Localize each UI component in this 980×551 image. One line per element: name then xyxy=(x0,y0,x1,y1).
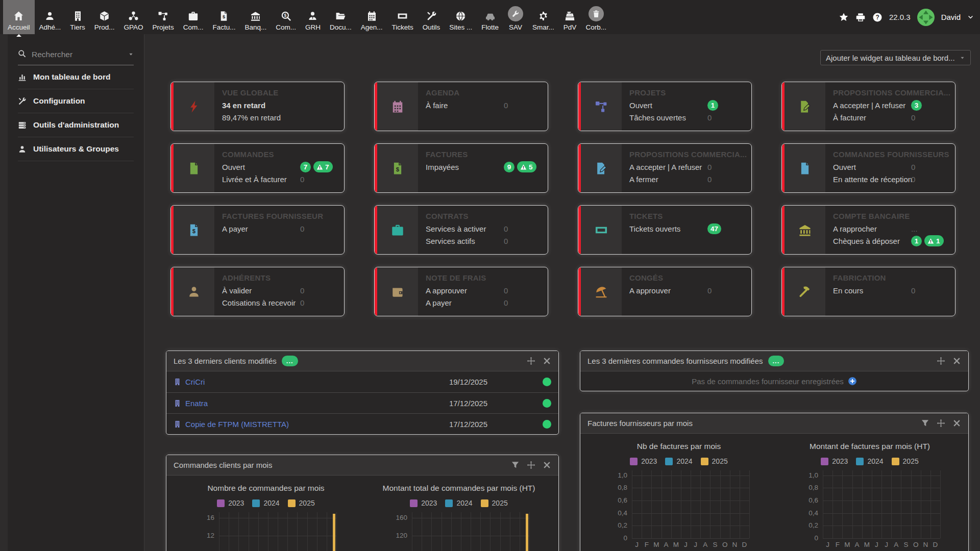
search-input[interactable]: Rechercher xyxy=(18,49,134,65)
sidebar-item-mon-tableau-de-bord[interactable]: Mon tableau de bord xyxy=(18,65,134,89)
nav-item-agen[interactable]: Agen... xyxy=(356,0,387,34)
more-button[interactable]: ... xyxy=(768,356,785,366)
nav-item-corb[interactable]: Corb... xyxy=(581,0,611,34)
chevron-down-icon[interactable] xyxy=(967,14,974,20)
nav-item-factu[interactable]: $Factu... xyxy=(208,0,240,34)
stat-box-propositions-commercia[interactable]: PROPOSITIONS COMMERCIA...A accepter | A … xyxy=(781,82,955,131)
close-widget-icon[interactable] xyxy=(543,461,551,469)
nav-item-tickets[interactable]: Tickets xyxy=(387,0,418,34)
folder-open-icon xyxy=(335,11,346,21)
client-modified-date: 19/12/2025 xyxy=(449,378,543,386)
nav-item-label: Banq... xyxy=(244,23,266,31)
status-dot xyxy=(543,420,551,429)
user-name[interactable]: David xyxy=(941,13,961,21)
stat-box-tickets[interactable]: TICKETSTickets ouverts47 xyxy=(578,205,752,255)
chart-legend: 202320242025 xyxy=(217,499,314,507)
nav-item-grh[interactable]: GRH xyxy=(301,0,325,34)
move-widget-icon[interactable] xyxy=(527,461,535,469)
car-icon xyxy=(485,11,496,21)
nav-item-label: PdV xyxy=(564,23,577,31)
stat-box-note-de-frais[interactable]: NOTE DE FRAISA approuver0A payer0 xyxy=(374,267,548,316)
nav-item-label: Sites ... xyxy=(449,23,472,31)
stat-box-cong-s[interactable]: CONGÉSA approuver0 xyxy=(578,267,752,316)
clients-table: CriCri19/12/2025Enatra17/12/2025Copie de… xyxy=(166,371,558,434)
nav-item-sav[interactable]: SAV xyxy=(503,0,528,34)
move-widget-icon[interactable] xyxy=(937,357,945,365)
diagram-icon xyxy=(158,11,168,21)
stat-value: 0 xyxy=(911,113,915,122)
stat-box-commandes-fournisseurs[interactable]: COMMANDES FOURNISSEURSOuvert0En attente … xyxy=(781,143,955,193)
warning-triangle-icon xyxy=(316,164,323,170)
nav-item-com[interactable]: Com... xyxy=(179,0,208,34)
nav-item-tiers[interactable]: Tiers xyxy=(65,0,90,34)
stat-label: Services à activer xyxy=(426,224,486,233)
stat-box-agenda[interactable]: AGENDAÀ faire0 xyxy=(374,82,548,131)
avatar[interactable] xyxy=(917,9,935,26)
nav-item-com[interactable]: $Com... xyxy=(271,0,301,34)
close-widget-icon[interactable] xyxy=(952,419,961,428)
client-link[interactable]: CriCri xyxy=(185,378,205,386)
stat-box-propositions-commercia[interactable]: PROPOSITIONS COMMERCIA...A accepter | A … xyxy=(578,143,752,193)
svg-text:$: $ xyxy=(192,228,196,234)
nav-item-label: Accueil xyxy=(8,23,30,31)
nav-item-label: Projets xyxy=(153,23,174,31)
nav-item-gpao[interactable]: GPAO xyxy=(119,0,148,34)
stat-box-factures[interactable]: $FACTURESImpayées95 xyxy=(374,143,548,193)
client-link[interactable]: Enatra xyxy=(185,399,208,408)
client-row-enatra: Enatra17/12/2025 xyxy=(166,392,558,413)
stat-value: 0 xyxy=(707,113,712,122)
client-link[interactable]: Copie de FTPM (MISTRETTA) xyxy=(185,420,289,429)
stat-box-projets[interactable]: PROJETSOuvert1Tâches ouvertes0 xyxy=(578,82,752,131)
nav-item-docu[interactable]: Docu... xyxy=(325,0,356,34)
nav-item-sites[interactable]: Sites ... xyxy=(445,0,477,34)
status-dot xyxy=(543,399,551,408)
count-badge: 3 xyxy=(911,100,922,111)
stat-box-commandes[interactable]: COMMANDESOuvert77Livrée et À facturer0 xyxy=(170,143,345,193)
client-row-cricri: CriCri19/12/2025 xyxy=(166,371,558,392)
sidebar-item-configuration[interactable]: Configuration xyxy=(18,89,134,113)
stat-value: 0 xyxy=(504,224,508,233)
move-widget-icon[interactable] xyxy=(937,419,945,428)
nav-item-prod[interactable]: Prod... xyxy=(90,0,119,34)
stat-label: À facturer xyxy=(833,113,866,122)
status-dot xyxy=(543,378,551,386)
sidebar-item-outils-d-administration[interactable]: Outils d'administration xyxy=(18,113,134,137)
stat-box-title: ADHÉRENTS xyxy=(222,273,344,282)
nav-item-adh[interactable]: Adhé... xyxy=(35,0,66,34)
stat-box-contrats[interactable]: CONTRATSServices à activer0Services acti… xyxy=(374,205,548,255)
close-widget-icon[interactable] xyxy=(952,357,961,365)
add-plus-icon[interactable] xyxy=(848,377,857,386)
nav-item-outils[interactable]: Outils xyxy=(418,0,445,34)
filter-icon[interactable] xyxy=(921,419,929,428)
stat-box-factures-fournisseur[interactable]: $FACTURES FOURNISSEURA payer0 xyxy=(170,205,345,255)
stat-box-compte-bancaire[interactable]: COMPTE BANCAIREA rapprocher...Chèques à … xyxy=(781,205,955,255)
stat-box-vue-globale[interactable]: VUE GLOBALE34 en retard89,47% en retard xyxy=(170,82,345,131)
move-widget-icon[interactable] xyxy=(527,357,535,365)
nav-item-banq[interactable]: Banq... xyxy=(240,0,271,34)
stat-box-adh-rents[interactable]: ADHÉRENTSÀ valider0Cotisations à recevoi… xyxy=(170,267,345,316)
close-widget-icon[interactable] xyxy=(543,357,551,365)
nav-item-flotte[interactable]: Flotte xyxy=(477,0,503,34)
more-button[interactable]: ... xyxy=(282,356,298,366)
stat-label: A approuver xyxy=(426,286,467,295)
nav-item-accueil[interactable]: Accueil xyxy=(3,0,35,34)
filter-icon[interactable] xyxy=(511,461,520,469)
nav-item-smar[interactable]: Smar... xyxy=(528,0,559,34)
stat-label: Ouvert xyxy=(629,101,652,110)
add-widget-label: Ajouter le widget au tableau de bord... xyxy=(826,54,955,62)
bookmark-star-icon[interactable] xyxy=(839,12,849,22)
building-icon xyxy=(174,420,181,428)
sidebar-item-utilisateurs-groupes[interactable]: Utilisateurs & Groupes xyxy=(18,137,134,161)
search-dollar-icon: $ xyxy=(281,11,291,21)
count-badge: 7 xyxy=(300,162,311,172)
stat-label: Livrée et À facturer xyxy=(222,175,287,184)
nav-item-pdv[interactable]: PdV xyxy=(559,0,581,34)
stat-box-fabrication[interactable]: FABRICATIONEn cours0 xyxy=(781,267,955,316)
print-icon[interactable] xyxy=(855,12,866,22)
nav-item-projets[interactable]: Projets xyxy=(148,0,179,34)
help-icon[interactable]: ? xyxy=(872,12,883,22)
add-widget-select[interactable]: Ajouter le widget au tableau de bord... xyxy=(820,50,971,65)
file-pen-icon xyxy=(785,82,825,131)
count-badge: 1 xyxy=(707,100,718,111)
chart-supplier-invoices-amount: Montant de factures par mois (HT)2023202… xyxy=(774,442,965,548)
